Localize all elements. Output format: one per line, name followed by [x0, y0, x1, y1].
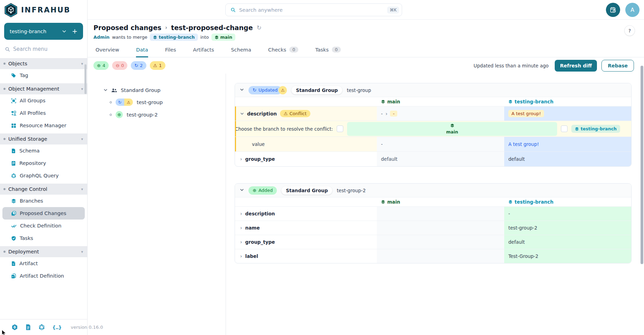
chevron-right-icon[interactable]: › — [240, 253, 242, 259]
user-avatar[interactable]: A — [625, 3, 640, 17]
diff-row-description[interactable]: description ⚠Conflict - › - A test group… — [235, 106, 631, 121]
branch-layers-icon — [508, 200, 513, 204]
tab-checks[interactable]: Checks0 — [268, 47, 298, 57]
source-branch-badge[interactable]: testing-branch — [150, 34, 198, 41]
object-name: test-group — [347, 87, 371, 93]
sidebar-item-artifact-definition[interactable]: Artifact Definition — [0, 270, 87, 282]
diff-row-label[interactable]: ›label Test-Group-2 — [235, 249, 631, 263]
page-scrollbar[interactable] — [641, 66, 643, 264]
sidebar-item-proposed-changes[interactable]: Proposed Changes — [2, 207, 85, 220]
sidebar-section-deployment[interactable]: Deployment ▾ — [0, 246, 87, 257]
tab-artifacts[interactable]: Artifacts — [193, 47, 214, 57]
branch-value: default — [508, 239, 525, 245]
graphql-hexagon-icon[interactable] — [38, 324, 45, 331]
tab-data[interactable]: Data — [136, 47, 148, 57]
refresh-diff-button[interactable]: Refresh diff — [555, 60, 597, 72]
diff-row-name[interactable]: ›name test-group-2 — [235, 221, 631, 235]
groups-icon — [11, 98, 16, 103]
target-branch-badge[interactable]: main — [211, 34, 236, 41]
sidebar-item-schema[interactable]: Schema — [0, 145, 87, 157]
diff-column-headers: main testing-branch — [235, 97, 631, 106]
tree-item-test-group-2[interactable]: ⊕ test-group-2 — [110, 111, 222, 118]
sidebar-item-branches[interactable]: Branches — [0, 195, 87, 207]
sidebar-menu: Objects ▾ Tag Object Management ▾ All Gr… — [0, 55, 87, 319]
sidebar-item-resource-manager[interactable]: Resource Manager — [0, 119, 87, 132]
help-button[interactable]: ? — [624, 25, 635, 36]
sidebar-item-artifact[interactable]: Artifact — [0, 257, 87, 270]
chevron-down-icon[interactable] — [103, 88, 108, 93]
chevron-down-icon[interactable] — [240, 87, 244, 93]
section-label: Change Control — [8, 186, 47, 192]
sidebar-section-object-management[interactable]: Object Management ▾ — [0, 83, 87, 94]
diff-card-header[interactable]: ⊕Added Standard Group test-group-2 — [235, 184, 631, 197]
section-dot-icon — [3, 251, 6, 253]
chevron-right-icon[interactable]: › — [240, 239, 242, 245]
document-icon[interactable] — [25, 324, 31, 331]
diff-row-group-type[interactable]: ›group_type default — [235, 235, 631, 249]
tab-tasks[interactable]: Tasks0 — [315, 47, 341, 57]
diff-card-header[interactable]: ↻Updated ⚠ Standard Group test-group — [235, 83, 631, 97]
sidebar-item-check-definition[interactable]: Check Definition — [0, 220, 87, 232]
tab-files[interactable]: Files — [165, 47, 176, 57]
sidebar-item-label: Repository — [19, 160, 46, 166]
sidebar-item-label: Artifact — [19, 261, 38, 266]
proposed-changes-icon — [11, 211, 16, 216]
sidebar-item-repository[interactable]: Repository — [0, 157, 87, 169]
sidebar-item-tag[interactable]: Tag — [0, 69, 87, 82]
sidebar-item-all-groups[interactable]: All Groups — [0, 94, 87, 107]
sidebar-item-label: Check Definition — [20, 223, 61, 229]
sidebar-item-all-profiles[interactable]: All Profiles — [0, 107, 87, 119]
sidebar-section-unified-storage[interactable]: Unified Storage ▾ — [0, 133, 87, 145]
sidebar-section-objects[interactable]: Objects ▾ — [0, 58, 87, 69]
tree-children: ↻ ⚠ test-group ⊕ test-group-2 — [110, 99, 222, 118]
calendar-clock-icon — [610, 7, 617, 13]
diff-toolbar: ⊕4 ⊖0 ↻2 ⚠1 Updated less than a minute a… — [88, 57, 644, 74]
tree-root-standard-group[interactable]: Standard Group — [103, 87, 222, 93]
tab-overview[interactable]: Overview — [96, 47, 119, 57]
docs-compass-icon[interactable] — [11, 324, 18, 331]
attribute-name: label — [245, 253, 258, 259]
object-kind-badge: Standard Group — [291, 86, 342, 94]
resolve-main-checkbox[interactable] — [337, 125, 343, 132]
merge-action-text: wants to merge — [112, 35, 147, 40]
diff-row-group-type[interactable]: › group_type default default — [235, 151, 631, 166]
chevron-right-icon[interactable]: › — [240, 156, 242, 162]
refresh-icon[interactable]: ↻ — [257, 24, 262, 31]
brand-name: INFRAHUB — [21, 6, 71, 14]
resolve-main-badge[interactable]: main — [347, 122, 557, 136]
branch-layers-icon — [215, 35, 219, 39]
sidebar-item-tasks[interactable]: Tasks — [0, 232, 87, 244]
chevron-down-icon[interactable] — [240, 188, 244, 193]
braces-swagger-icon[interactable]: {..} — [52, 325, 62, 330]
menu-search-input[interactable] — [13, 46, 75, 52]
diff-row-description[interactable]: ›description - — [235, 206, 631, 221]
rebase-button[interactable]: Rebase — [601, 60, 634, 72]
sidebar-section-change-control[interactable]: Change Control ▾ — [0, 184, 87, 195]
time-travel-button[interactable] — [606, 3, 620, 17]
branch-selector[interactable]: testing-branch + — [4, 23, 83, 40]
chevron-right-icon[interactable]: › — [240, 225, 242, 231]
create-branch-plus-icon[interactable]: + — [72, 28, 78, 35]
resolve-branch-badge[interactable]: testing-branch — [571, 125, 620, 133]
global-search[interactable]: ⌘K — [225, 3, 402, 16]
branch-value: default — [508, 156, 525, 162]
resolve-branch-checkbox[interactable] — [561, 125, 568, 132]
tree-item-label: test-group — [137, 100, 163, 105]
main-value: default — [381, 156, 398, 162]
tree-root-label: Standard Group — [121, 87, 161, 93]
sidebar-scrollbar[interactable] — [84, 64, 87, 94]
global-search-input[interactable] — [239, 7, 384, 13]
tasks-count-badge: 0 — [332, 47, 341, 53]
tree-item-test-group[interactable]: ↻ ⚠ test-group — [110, 99, 222, 106]
logo-row[interactable]: INFRAHUB — [0, 0, 87, 20]
breadcrumb-root[interactable]: Proposed changes — [93, 24, 161, 31]
sidebar-item-label: Proposed Changes — [20, 211, 66, 216]
added-status-badge: ⊕Added — [248, 186, 277, 195]
menu-search[interactable] — [0, 43, 87, 55]
sidebar-item-label: Tag — [20, 73, 28, 78]
sidebar-item-graphql-query[interactable]: GraphQL Query — [0, 169, 87, 182]
chevron-down-icon[interactable] — [240, 111, 244, 117]
search-icon — [230, 7, 236, 12]
chevron-right-icon[interactable]: › — [240, 211, 242, 216]
tab-schema[interactable]: Schema — [231, 47, 251, 57]
